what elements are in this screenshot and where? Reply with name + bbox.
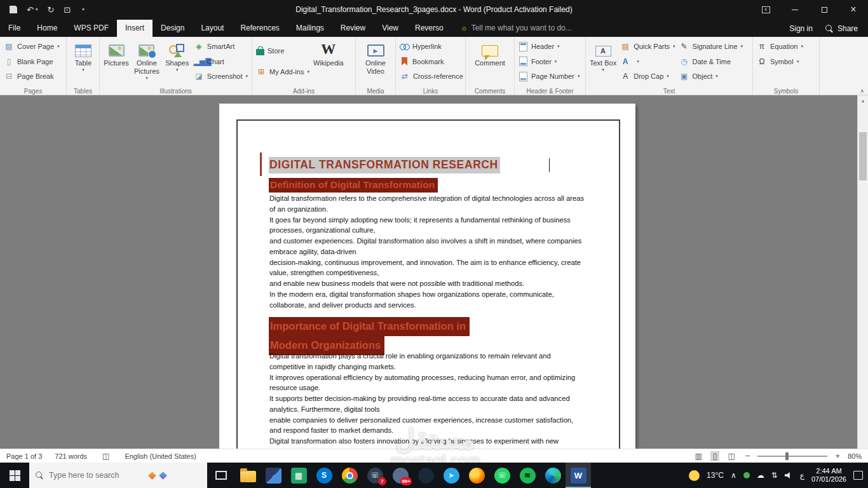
symbol-button[interactable]: Ω Symbol ▾ (755, 55, 817, 68)
shapes-button[interactable]: Shapes ▾ (163, 38, 192, 86)
wikipedia-button[interactable]: W Wikipedia (311, 38, 346, 86)
start-button[interactable] (0, 463, 29, 488)
table-button[interactable]: Table ▾ (69, 38, 98, 72)
taskbar-app-file-explorer[interactable] (235, 463, 261, 488)
weather-temperature[interactable]: 13°C (707, 471, 724, 480)
print-layout-button[interactable]: ▯ (710, 451, 720, 461)
undo-button[interactable]: ↶▾ (27, 5, 37, 15)
language-indicator[interactable]: English (United States) (125, 452, 196, 460)
taskbar-search[interactable] (29, 463, 207, 488)
hidden-icons-chevron[interactable]: ∧ (731, 471, 736, 480)
zoom-level[interactable]: 80% (848, 452, 862, 460)
page-indicator[interactable]: Page 1 of 3 (6, 452, 42, 460)
tab-review[interactable]: Review (332, 20, 374, 37)
word-count[interactable]: 721 words (55, 452, 87, 460)
document-canvas[interactable]: DIGITAL TRANSFORMATION RESEARCH Definiti… (0, 95, 868, 449)
drop-cap-button[interactable]: A Drop Cap ▾ (618, 70, 677, 83)
zoom-in-button[interactable]: + (833, 451, 842, 461)
date-time-button[interactable]: ◷ Date & Time (677, 55, 745, 68)
volume-icon[interactable] (785, 471, 793, 479)
tab-home[interactable]: Home (29, 20, 65, 37)
text-box-button[interactable]: A Text Box ▾ (588, 38, 618, 86)
tab-references[interactable]: References (232, 20, 287, 37)
tab-reverso[interactable]: Reverso (407, 20, 452, 37)
redo-button[interactable]: ↻ (47, 5, 54, 15)
tab-file[interactable]: File (0, 20, 29, 37)
zoom-slider-thumb[interactable] (785, 452, 789, 460)
taskbar-app-chrome[interactable] (337, 463, 362, 488)
keyboard-language-indicator[interactable]: ع (800, 471, 804, 480)
maximize-button[interactable] (810, 0, 839, 19)
header-button[interactable]: Header ▾ (517, 40, 583, 53)
online-video-button[interactable]: ▶ Online Video (358, 38, 393, 76)
onedrive-icon[interactable]: ☁ (757, 471, 764, 480)
scroll-up-arrow[interactable]: ▲ (858, 95, 868, 106)
taskbar-app-spotify[interactable]: ≋ (515, 463, 540, 488)
customize-qat-button[interactable]: ▾ (80, 7, 85, 12)
tab-view[interactable]: View (374, 20, 407, 37)
taskbar-app-telegram[interactable]: ➤ (438, 463, 464, 488)
sign-in-link[interactable]: Sign in (789, 24, 813, 33)
taskbar-app-steam[interactable] (413, 463, 438, 488)
tell-me-box[interactable]: ☼ Tell me what you want to do... (452, 20, 581, 37)
tab-insert[interactable]: Insert (117, 20, 153, 37)
screenshot-button[interactable]: ◪ Screenshot ▾ (192, 70, 250, 83)
taskbar-app-excel[interactable]: ▦ (286, 463, 311, 488)
network-icon[interactable]: ⇅ (771, 471, 778, 480)
bookmark-button[interactable]: Bookmark (398, 55, 463, 68)
body-line: embrace agility, data-driven (269, 247, 587, 257)
tab-wps-pdf[interactable]: WPS PDF (65, 20, 117, 37)
taskbar-app-whatsapp[interactable]: ☏ (489, 463, 515, 488)
scrollbar-thumb[interactable] (859, 132, 867, 180)
save-button[interactable] (10, 6, 17, 13)
pictures-button[interactable]: Pictures (102, 38, 131, 86)
touch-mode-button[interactable]: ⊡ (64, 5, 71, 15)
taskbar-app-word[interactable]: W (566, 463, 591, 488)
weather-icon[interactable] (689, 470, 700, 481)
web-layout-button[interactable]: ◫ (725, 451, 737, 461)
store-button[interactable]: Store (254, 44, 311, 57)
zoom-slider[interactable] (757, 456, 827, 457)
search-input[interactable] (49, 471, 144, 480)
read-mode-button[interactable]: ▥ (692, 451, 704, 461)
taskbar-app-calls[interactable]: ☏ 7 (362, 463, 388, 488)
close-button[interactable]: × (839, 0, 868, 19)
object-button[interactable]: ▣ Object ▾ (677, 70, 745, 83)
page-break-button[interactable]: ⊟ Page Break (2, 70, 64, 83)
taskbar-app-firefox[interactable] (464, 463, 489, 488)
chart-button[interactable]: ▂▅▇ Chart (192, 55, 250, 68)
tab-mailings[interactable]: Mailings (288, 20, 332, 37)
comment-button[interactable]: Comment (468, 38, 512, 67)
taskbar-app-edge[interactable] (540, 463, 566, 488)
cover-page-button[interactable]: ▤ Cover Page ▾ (2, 40, 64, 53)
share-button[interactable]: Share (825, 24, 858, 33)
wordart-button[interactable]: A ▾ (618, 55, 677, 68)
smartart-button[interactable]: ◈ SmartArt (192, 40, 250, 53)
page-number-button[interactable]: Page Number ▾ (517, 70, 583, 83)
antivirus-icon[interactable] (743, 472, 750, 478)
document-page[interactable]: DIGITAL TRANSFORMATION RESEARCH Definiti… (219, 104, 635, 449)
online-pictures-button[interactable]: Online Pictures ▾ (131, 38, 163, 86)
tab-layout[interactable]: Layout (193, 20, 232, 37)
taskbar-app-photos[interactable] (261, 463, 286, 488)
hyperlink-button[interactable]: Hyperlink (398, 40, 463, 53)
collapse-ribbon-button[interactable]: ∧ (860, 88, 864, 94)
minimize-button[interactable] (780, 0, 810, 19)
vertical-scrollbar[interactable]: ▲ (857, 95, 868, 449)
equation-button[interactable]: π Equation ▾ (755, 40, 817, 53)
footer-button[interactable]: Footer ▾ (517, 55, 583, 68)
task-view-button[interactable] (207, 463, 235, 488)
quick-parts-button[interactable]: ▤ Quick Parts ▾ (618, 40, 677, 53)
proofing-icon[interactable]: ◫ (100, 451, 112, 461)
action-center-button[interactable] (853, 471, 863, 480)
tab-design[interactable]: Design (153, 20, 193, 37)
signature-line-button[interactable]: ✎ Signature Line ▾ (677, 40, 745, 53)
my-addins-button[interactable]: ⊞ My Add-ins ▾ (254, 65, 311, 78)
taskbar-clock[interactable]: 2:44 AM 07/01/2026 (811, 467, 846, 484)
blank-page-button[interactable]: ▯ Blank Page (2, 55, 64, 68)
cross-reference-button[interactable]: ⇄ Cross-reference (398, 70, 463, 83)
taskbar-app-messages[interactable]: 99+ (388, 463, 413, 488)
zoom-out-button[interactable]: − (743, 451, 752, 461)
ribbon-display-options-button[interactable]: ∧ (751, 0, 780, 19)
taskbar-app-skype[interactable]: S (311, 463, 337, 488)
